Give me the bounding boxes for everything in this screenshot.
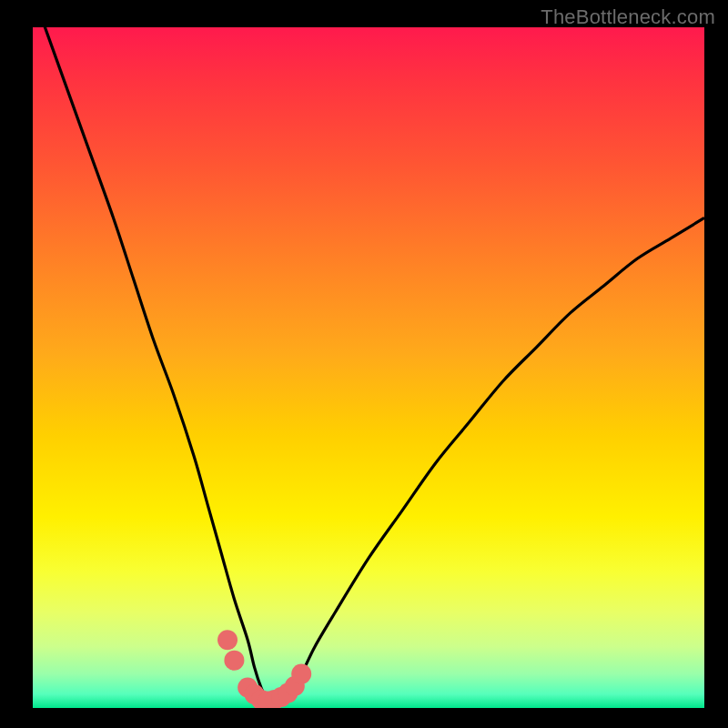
plot-area xyxy=(33,27,704,708)
highlight-dot xyxy=(238,678,258,698)
chart-frame: TheBottleneck.com xyxy=(0,0,728,728)
bottleneck-curve-path xyxy=(33,27,704,703)
bottleneck-curve xyxy=(33,27,704,708)
highlight-dot xyxy=(217,630,238,650)
watermark-text: TheBottleneck.com xyxy=(541,5,715,29)
highlight-dot xyxy=(224,651,244,671)
highlight-dot xyxy=(291,664,311,684)
highlight-dot xyxy=(251,690,271,708)
highlight-dot xyxy=(278,683,298,703)
highlight-dot xyxy=(285,676,305,696)
highlight-dot xyxy=(265,690,285,708)
highlight-dot xyxy=(258,692,278,708)
highlight-dots xyxy=(217,630,311,708)
highlight-dot xyxy=(271,687,291,707)
highlight-dot xyxy=(245,684,265,704)
